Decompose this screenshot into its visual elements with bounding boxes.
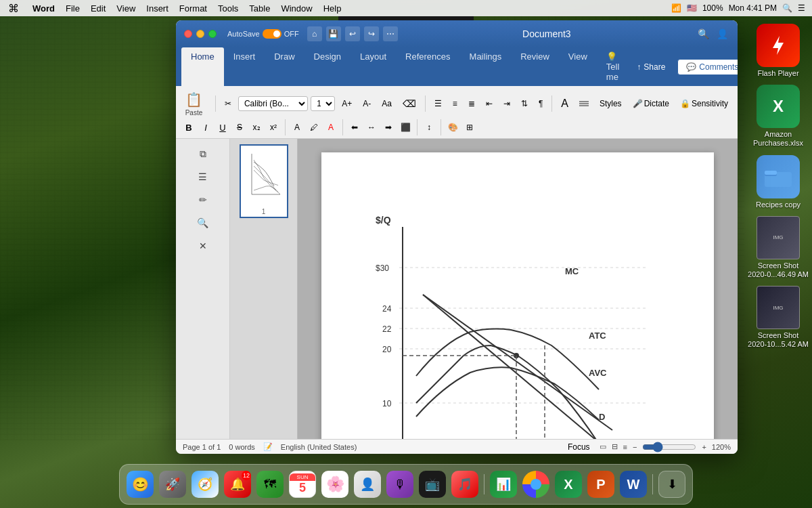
dock-numbers[interactable]: 📊 <box>489 469 518 499</box>
close-button[interactable] <box>184 30 192 38</box>
tab-view[interactable]: View <box>559 47 597 86</box>
bullet-list-btn[interactable]: ☰ <box>430 98 446 110</box>
dock-appletv[interactable]: 📺 <box>418 469 447 499</box>
font-color-btn[interactable]: A <box>290 121 304 134</box>
sidebar-edit-btn[interactable]: ✏ <box>191 190 215 209</box>
underline-button[interactable]: U <box>215 121 230 134</box>
desktop-icon-amazon[interactable]: X Amazon Purchases.xlsx <box>748 85 809 148</box>
document-area[interactable]: $/Q Q $30 24 22 20 <box>298 139 738 439</box>
view-multi-icon[interactable]: ⊟ <box>612 442 618 451</box>
align-center-btn[interactable]: ↔ <box>364 121 379 134</box>
comments-button[interactable]: 💬 Comments <box>677 59 738 75</box>
dock-chrome[interactable] <box>521 469 551 499</box>
italic-button[interactable]: I <box>198 121 213 134</box>
font-size-selector[interactable]: 12 <box>311 96 335 111</box>
autosave-toggle[interactable] <box>263 29 281 39</box>
tab-tell-me[interactable]: 💡 Tell me <box>597 47 629 86</box>
tab-references[interactable]: References <box>396 47 459 86</box>
paste-button[interactable]: 📋 <box>181 90 206 109</box>
more-icon[interactable]: ⋯ <box>383 26 398 41</box>
tab-draw[interactable]: Draw <box>265 47 304 86</box>
outline-list-btn[interactable]: ≣ <box>464 98 479 110</box>
dock-notification[interactable]: 🔔 12 <box>223 469 252 499</box>
line-spacing-btn[interactable]: ↕ <box>422 121 436 134</box>
maximize-button[interactable] <box>208 30 217 38</box>
desktop-icon-recipes[interactable]: Recipes copy <box>748 155 809 209</box>
menu-format[interactable]: Format <box>174 3 212 14</box>
menu-window[interactable]: Window <box>275 3 317 14</box>
bold-button[interactable]: B <box>181 121 196 134</box>
dock-downloads[interactable]: ⬇ <box>657 469 687 499</box>
tab-review[interactable]: Review <box>511 47 559 86</box>
show-para-btn[interactable]: ¶ <box>535 98 547 110</box>
menu-file[interactable]: File <box>60 3 85 14</box>
dock-photos[interactable]: 🌸 <box>320 469 350 499</box>
zoom-slider[interactable] <box>642 442 696 452</box>
dock-maps[interactable]: 🗺 <box>255 469 285 499</box>
font-grow-btn[interactable]: A+ <box>338 98 356 110</box>
menu-word[interactable]: Word <box>27 3 60 14</box>
number-list-btn[interactable]: ≡ <box>449 98 461 110</box>
highlight-btn[interactable]: 🖊 <box>307 121 321 134</box>
sensitivity-button[interactable]: 🔒 Sensitivity <box>676 98 732 110</box>
clear-char-btn[interactable]: ⌫ <box>399 97 420 110</box>
search-icon[interactable]: 🔍 <box>782 3 792 13</box>
view-single-icon[interactable]: ▭ <box>600 442 606 451</box>
justify-btn[interactable]: ⬛ <box>398 121 413 134</box>
desktop-icon-flash-player[interactable]: Flash Player <box>748 24 809 78</box>
dock-safari[interactable]: 🧭 <box>190 469 220 499</box>
tab-design[interactable]: Design <box>304 47 351 86</box>
superscript-button[interactable]: x² <box>266 121 281 134</box>
align-right-btn[interactable]: ➡ <box>381 121 396 134</box>
menu-tools[interactable]: Tools <box>212 3 244 14</box>
desktop-icon-screenshot1[interactable]: IMG Screen Shot 2020-0...46.49 AM <box>748 216 809 279</box>
sidebar-close-btn[interactable]: ✕ <box>191 236 215 255</box>
search-title-btn[interactable]: 🔍 <box>696 26 710 41</box>
minimize-button[interactable] <box>196 30 204 38</box>
dock-word[interactable]: W <box>618 469 648 499</box>
control-center-icon[interactable]: ☰ <box>798 3 805 13</box>
indent-increase-btn[interactable]: ⇥ <box>499 98 514 110</box>
menu-view[interactable]: View <box>111 3 141 14</box>
font-case-btn[interactable]: Aa <box>378 98 396 110</box>
style-pane-btn[interactable] <box>575 100 593 108</box>
apple-menu[interactable]: ⌘ <box>0 2 27 15</box>
save-icon[interactable]: 💾 <box>326 26 341 41</box>
shading-btn[interactable]: 🎨 <box>445 121 460 134</box>
dock-podcasts[interactable]: 🎙 <box>385 469 415 499</box>
dock-finder[interactable]: 😊 <box>125 469 155 499</box>
home-icon[interactable]: ⌂ <box>307 26 322 41</box>
zoom-out-icon[interactable]: − <box>633 443 637 451</box>
tab-layout[interactable]: Layout <box>351 47 396 86</box>
sidebar-search-btn[interactable]: 🔍 <box>191 213 215 232</box>
sidebar-copy-btn[interactable]: ⧉ <box>191 144 215 163</box>
menu-insert[interactable]: Insert <box>141 3 174 14</box>
tab-home[interactable]: Home <box>181 47 224 86</box>
strikethrough-button[interactable]: S <box>232 121 247 134</box>
indent-decrease-btn[interactable]: ⇤ <box>482 98 497 110</box>
subscript-button[interactable]: x₂ <box>249 121 264 134</box>
dock-music[interactable]: 🎵 <box>450 469 480 499</box>
page-thumb-1[interactable]: 1 <box>240 144 288 218</box>
text-color-btn[interactable]: A <box>323 121 338 134</box>
share-button[interactable]: ↑ Share <box>629 60 673 75</box>
styles-button[interactable]: Styles <box>595 98 626 110</box>
dock-powerpoint[interactable]: P <box>586 469 616 499</box>
dictate-button[interactable]: 🎤 Dictate <box>629 98 673 110</box>
menu-table[interactable]: Table <box>244 3 275 14</box>
font-selector[interactable]: Calibri (Bo... <box>238 96 308 111</box>
menu-edit[interactable]: Edit <box>85 3 111 14</box>
dock-contacts[interactable]: 👤 <box>353 469 382 499</box>
person-icon[interactable]: 👤 <box>715 26 729 41</box>
borders-btn[interactable]: ⊞ <box>462 121 477 134</box>
menu-help[interactable]: Help <box>318 3 347 14</box>
redo-icon[interactable]: ↪ <box>364 26 379 41</box>
style-btn[interactable]: A <box>557 96 572 111</box>
view-outline-icon[interactable]: ≡ <box>623 443 627 451</box>
dock-calendar[interactable]: SUN 5 <box>288 469 317 499</box>
undo-icon[interactable]: ↩ <box>345 26 360 41</box>
font-shrink-btn[interactable]: A- <box>359 98 375 110</box>
align-left-btn[interactable]: ⬅ <box>347 121 362 134</box>
desktop-icon-screenshot2[interactable]: IMG Screen Shot 2020-10...5.42 AM <box>748 286 809 349</box>
tab-insert[interactable]: Insert <box>224 47 265 86</box>
